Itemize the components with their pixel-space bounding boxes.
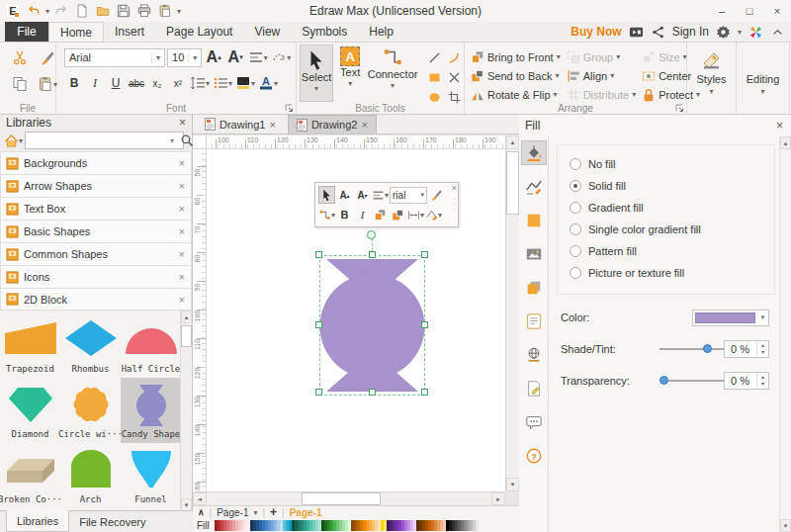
document-tab-drawing2[interactable]: Drawing2×	[288, 115, 377, 133]
italic-button[interactable]: I	[85, 74, 105, 93]
selection-handle[interactable]	[315, 389, 322, 396]
library-item-text-box[interactable]: Text Box×	[0, 197, 192, 220]
radio-button[interactable]	[570, 158, 581, 170]
search-icon[interactable]	[180, 133, 194, 147]
close-icon[interactable]: ×	[179, 203, 185, 215]
pinwheel-icon[interactable]	[748, 25, 763, 40]
mini-bring-front-button[interactable]	[372, 206, 389, 223]
font-size-combo[interactable]: 10 ▾	[167, 48, 202, 67]
close-icon[interactable]: ×	[179, 157, 185, 169]
scroll-left-icon[interactable]: ◂	[193, 492, 207, 505]
arrange-align-button[interactable]: Align▾	[565, 66, 638, 85]
scrollbar-thumb[interactable]	[506, 151, 519, 215]
close-icon[interactable]: ×	[361, 119, 367, 131]
mini-select-button[interactable]	[318, 186, 335, 204]
undo-button[interactable]	[25, 2, 43, 20]
fill-option-single-color-gradient-fill[interactable]: Single color gradient fill	[570, 219, 774, 240]
note-tool-button[interactable]	[521, 309, 547, 333]
text-arc-button[interactable]: ▾	[271, 47, 292, 67]
selection-handle[interactable]	[421, 389, 428, 396]
library-home-button[interactable]: ▾	[4, 133, 23, 148]
fill-tool-button[interactable]	[521, 140, 547, 165]
mini-font-combo[interactable]: rial▾	[390, 187, 427, 204]
shape-panel-scrollbar[interactable]: ▴ ▾	[180, 310, 192, 511]
media-icon[interactable]	[629, 25, 644, 40]
mini-connector-button[interactable]: ▾	[318, 206, 335, 223]
scroll-up-icon[interactable]: ▴	[181, 310, 192, 323]
select-tool-button[interactable]: Select ▾	[300, 44, 333, 102]
ribbon-group-styles[interactable]: Styles ▾	[687, 43, 737, 114]
sign-in-link[interactable]: Sign In	[672, 25, 709, 39]
underline-button[interactable]: U	[106, 74, 126, 93]
selection-handle[interactable]	[369, 251, 376, 258]
close-libraries-icon[interactable]: ×	[179, 116, 186, 130]
buy-now-link[interactable]: Buy Now	[571, 25, 621, 39]
tab-symbols[interactable]: Symbols	[291, 22, 358, 42]
radio-button[interactable]	[570, 245, 581, 257]
slider-thumb[interactable]	[703, 344, 712, 353]
caret-down-icon[interactable]: ▾	[45, 7, 49, 16]
shade-tint-spinner[interactable]: 0 % ▴▾	[724, 340, 769, 358]
palette-swatch[interactable]	[479, 520, 482, 531]
mini-toolbar-close-icon[interactable]: ×	[452, 183, 457, 193]
picture-tool-button[interactable]	[521, 241, 547, 266]
radio-button[interactable]	[570, 202, 581, 214]
library-search-input[interactable]	[25, 132, 184, 149]
shape-trapezoid[interactable]: Trapezoid	[0, 312, 60, 378]
page-dropdown-icon[interactable]: ▾	[253, 508, 257, 517]
format-painter-button[interactable]	[38, 48, 57, 68]
scroll-up-icon[interactable]: ▴	[780, 136, 791, 149]
mini-format-painter-button[interactable]	[428, 186, 445, 204]
arrange-send-to-back-button[interactable]: Send to Back▾	[469, 66, 563, 85]
gear-icon[interactable]	[716, 25, 731, 40]
arrange-rotate-flip-button[interactable]: Rotate & Flip▾	[469, 85, 563, 104]
rotation-handle[interactable]	[367, 230, 376, 239]
shape-candy-shape[interactable]: Candy Shape	[121, 378, 181, 443]
arrange-dialog-launcher[interactable]	[674, 103, 684, 113]
close-icon[interactable]: ×	[269, 119, 275, 131]
close-button[interactable]: ×	[763, 0, 791, 22]
mini-toolbar-drag-handle[interactable]: ···	[453, 197, 456, 212]
bottom-tab-file-recovery[interactable]: File Recovery	[69, 511, 155, 532]
tab-home[interactable]: Home	[48, 22, 104, 42]
scrollbar-thumb[interactable]	[181, 325, 192, 347]
fill-option-solid-fill[interactable]: Solid fill	[570, 175, 774, 197]
print-button[interactable]	[135, 2, 153, 20]
radio-button[interactable]	[570, 223, 581, 235]
library-item-backgrounds[interactable]: Backgrounds×	[0, 151, 192, 174]
caret-down-icon[interactable]: ▾	[177, 7, 181, 16]
shape-circle-wi[interactable]: Circle wi···	[60, 378, 121, 443]
ribbon-group-editing[interactable]: Editing ▾	[737, 43, 790, 114]
selection-handle[interactable]	[421, 251, 428, 258]
tab-file[interactable]: File	[5, 22, 48, 42]
transparency-spinner[interactable]: 0 % ▴▾	[724, 372, 769, 390]
slider-thumb[interactable]	[659, 376, 668, 385]
shape-arch[interactable]: Arch	[60, 443, 121, 508]
add-page-button[interactable]: +	[270, 505, 277, 519]
fill-color-picker[interactable]: ▾	[692, 310, 769, 326]
canvas-vertical-scrollbar[interactable]: ▴ ▾	[505, 135, 519, 491]
tab-help[interactable]: Help	[358, 22, 404, 42]
paste-button[interactable]	[156, 2, 174, 20]
spin-up-icon[interactable]: ▴	[761, 342, 764, 349]
font-name-combo[interactable]: Arial ▾	[64, 48, 165, 67]
mini-send-back-button[interactable]	[390, 206, 406, 223]
draw-line-button[interactable]	[424, 47, 444, 67]
collapse-pages-icon[interactable]: ∧	[198, 507, 205, 517]
radio-button[interactable]	[570, 267, 581, 279]
comment-tool-button[interactable]	[521, 409, 547, 434]
tab-page-layout[interactable]: Page Layout	[155, 22, 243, 42]
scroll-down-icon[interactable]: ▾	[780, 519, 791, 532]
line-spacing-button[interactable]: ▾	[189, 73, 211, 93]
library-item-2d-block[interactable]: 2D Block×	[0, 288, 192, 310]
mini-bold-button[interactable]: B	[336, 206, 353, 223]
fill-option-no-fill[interactable]: No fill	[570, 153, 774, 175]
arrange-bring-to-front-button[interactable]: Bring to Front▾	[469, 47, 563, 66]
spin-down-icon[interactable]: ▾	[761, 381, 764, 388]
chevron-down-icon[interactable]: ▾	[757, 313, 768, 321]
close-icon[interactable]: ×	[179, 225, 185, 237]
search-dropdown-icon[interactable]: ▾	[170, 136, 174, 145]
tab-insert[interactable]: Insert	[104, 22, 155, 42]
collapse-ribbon-icon[interactable]	[770, 25, 785, 40]
cut-button[interactable]	[10, 48, 30, 68]
